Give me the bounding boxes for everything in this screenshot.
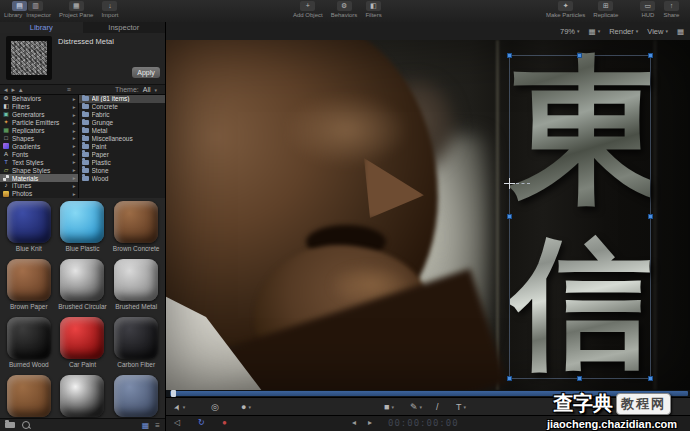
replicate-button[interactable]: ⊞ <box>598 1 613 11</box>
folder-icon <box>82 96 89 101</box>
text-object-selection[interactable]: 東 信 <box>509 55 651 379</box>
theme-selector[interactable]: All <box>143 86 151 93</box>
selection-handle[interactable] <box>648 53 653 58</box>
layout-button[interactable]: ▦ <box>677 27 684 36</box>
select-tool[interactable]: ➤ ▾ <box>174 398 185 416</box>
make-particles-button[interactable]: ✦ <box>558 1 573 11</box>
subcategory-metal[interactable]: Metal <box>79 127 165 135</box>
share-item: ↑ Share <box>663 1 679 18</box>
rectangle-tool[interactable]: ■ ▾ <box>384 398 394 416</box>
category-materials[interactable]: Materials▸ <box>0 174 78 182</box>
grid-view-icon[interactable]: ▦ <box>142 421 150 430</box>
subcategory-wood[interactable]: Wood <box>79 174 165 182</box>
material-swatch-carbon-fiber[interactable] <box>114 317 158 359</box>
library-button-label: Library <box>4 12 22 18</box>
adjust-item-tool[interactable]: ◎ <box>211 398 219 416</box>
selection-handle[interactable] <box>507 214 512 219</box>
category-gradients[interactable]: Gradients▸ <box>0 142 78 150</box>
playhead[interactable] <box>171 390 176 397</box>
selection-handle[interactable] <box>507 376 512 381</box>
view-dropdown[interactable]: View ▾ <box>647 27 668 36</box>
subcategory-stone[interactable]: Stone <box>79 166 165 174</box>
import-button[interactable]: ↓ <box>102 1 117 11</box>
category-shape-styles[interactable]: ▱Shape Styles▸ <box>0 166 78 174</box>
filters-button[interactable]: ◧ <box>366 1 381 11</box>
line-tool[interactable]: / <box>436 398 439 416</box>
caret-icon: ▾ <box>391 404 394 410</box>
selection-handle[interactable] <box>648 214 653 219</box>
material-item: Cardboard <box>2 375 56 418</box>
material-swatch-brushed-metal[interactable] <box>114 259 158 301</box>
subcategory-grunge[interactable]: Grunge <box>79 119 165 127</box>
back-icon[interactable]: ◂ <box>4 86 8 94</box>
selection-handle[interactable] <box>577 53 582 58</box>
category-behaviors[interactable]: ⚙Behaviors▸ <box>0 95 78 103</box>
camera-tool[interactable]: ● ▾ <box>241 398 251 416</box>
subcategory-plastic[interactable]: Plastic <box>79 158 165 166</box>
material-swatch-burned-wood[interactable] <box>7 317 51 359</box>
share-button[interactable]: ↑ <box>664 1 679 11</box>
material-swatch-brushed-circular[interactable] <box>60 259 104 301</box>
forward-icon[interactable]: ▸ <box>12 86 16 94</box>
material-swatch-brown-concrete[interactable] <box>114 201 158 243</box>
material-swatch-cardboard[interactable] <box>7 375 51 417</box>
subcategory-paint[interactable]: Paint <box>79 142 165 150</box>
bezier-tool[interactable]: ✎ ▾ <box>410 398 422 416</box>
material-swatch-blue-knit[interactable] <box>7 201 51 243</box>
channels-dropdown[interactable]: ▦ ▾ <box>589 27 601 36</box>
audio-mute-button[interactable]: ◁ <box>174 418 180 427</box>
project-pane-button[interactable]: ▦ <box>69 1 84 11</box>
category-replicators[interactable]: ▦Replicators▸ <box>0 127 78 135</box>
category-particle-emitters[interactable]: ✦Particle Emitters▸ <box>0 119 78 127</box>
subcategory-fabric[interactable]: Fabric <box>79 111 165 119</box>
hud-button[interactable]: ▭ <box>640 1 655 11</box>
material-swatch-brown-paper[interactable] <box>7 259 51 301</box>
canvas-viewport[interactable]: 東 信 <box>166 40 690 390</box>
text-object-char2[interactable]: 信 <box>510 224 650 380</box>
subcategory-paper[interactable]: Paper <box>79 150 165 158</box>
category-itunes[interactable]: ♪iTunes▸ <box>0 182 78 190</box>
record-button[interactable]: ● <box>222 418 227 427</box>
category-shapes[interactable]: □Shapes▸ <box>0 135 78 143</box>
subcategory-all[interactable]: All (81 items) <box>79 95 165 103</box>
material-swatch-chrome[interactable] <box>60 375 104 417</box>
add-object-button[interactable]: + <box>300 1 315 11</box>
category-photos[interactable]: Photos▸ <box>0 190 78 198</box>
selection-handle[interactable] <box>577 376 582 381</box>
subcategory-miscellaneous[interactable]: Miscellaneous <box>79 135 165 143</box>
category-generators[interactable]: ▣Generators▸ <box>0 111 78 119</box>
render-dropdown[interactable]: Render ▾ <box>609 27 638 36</box>
new-folder-icon[interactable] <box>5 422 15 428</box>
search-icon[interactable] <box>22 421 30 429</box>
anchor-point-icon[interactable] <box>504 178 515 189</box>
category-filters[interactable]: ◧Filters▸ <box>0 103 78 111</box>
loop-button[interactable]: ↻ <box>198 418 205 427</box>
material-swatch-blue-plastic[interactable] <box>60 201 104 243</box>
preview-thumbnail <box>6 36 52 80</box>
material-swatch-car-paint[interactable] <box>60 317 104 359</box>
tab-inspector[interactable]: Inspector <box>83 22 166 33</box>
up-icon[interactable]: ▴ <box>19 86 23 94</box>
play-button[interactable]: ▸ <box>368 418 372 427</box>
selection-handle[interactable] <box>507 53 512 58</box>
text-object-char1[interactable]: 東 <box>510 44 650 216</box>
list-view-icon[interactable]: ≡ <box>155 421 160 430</box>
category-fonts[interactable]: AFonts▸ <box>0 150 78 158</box>
disclosure-icon: ▸ <box>73 183 76 189</box>
material-swatch-colored-concrete[interactable] <box>114 375 158 417</box>
subcategory-concrete[interactable]: Concrete <box>79 103 165 111</box>
inspector-pane-button[interactable]: ▥ <box>28 1 43 11</box>
canvas-area: 79% ▾ ▦ ▾ Render ▾ View ▾ ▦ <box>166 22 690 390</box>
stack-icon[interactable]: ≡ <box>67 86 71 93</box>
selection-handle[interactable] <box>648 376 653 381</box>
zoom-level-dropdown[interactable]: 79% ▾ <box>560 27 580 36</box>
tab-library[interactable]: Library <box>0 22 83 33</box>
apply-button[interactable]: Apply <box>132 67 160 78</box>
materials-icon <box>3 175 9 181</box>
category-text-styles[interactable]: TText Styles▸ <box>0 158 78 166</box>
step-back-button[interactable]: ◂ <box>352 418 356 427</box>
behaviors-button[interactable]: ⚙ <box>337 1 352 11</box>
text-tool[interactable]: T ▾ <box>456 398 466 416</box>
import-icon: ↓ <box>108 2 112 9</box>
library-pane-button[interactable]: ▤ <box>12 1 27 11</box>
